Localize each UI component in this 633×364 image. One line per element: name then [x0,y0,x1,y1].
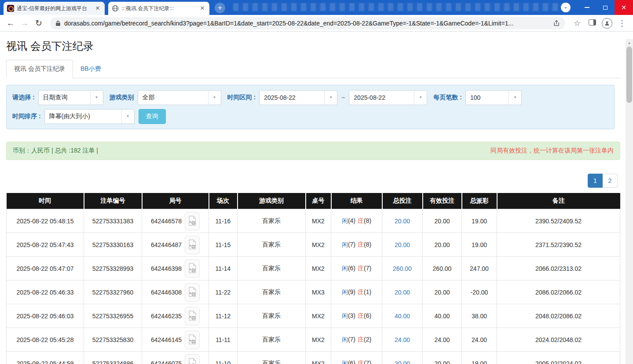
cell-payout: 38.00 [462,304,497,328]
cell-remark: 2048.02/2086.02 [497,304,620,328]
cell-payout: 19.00 [462,209,497,233]
table-row: 2025-08-22 05:47:07 522753328993 6424463… [7,257,620,280]
filter-panel: 请选择 : 日期查询 游戏类别 全部 时间区间 : 2025-08-22 ~ 2 [6,85,615,129]
column-header-10: 总派彩 [462,193,497,209]
minimize-button[interactable] [578,0,596,15]
result-banker-label: 庄 [358,217,364,224]
date-range-label: 时间区间 : [227,94,256,102]
video-replay-button[interactable] [185,331,200,349]
query-type-select[interactable]: 日期查询 [38,90,103,105]
total-bet-link[interactable]: 24.00 [395,336,410,343]
video-replay-button[interactable] [185,307,200,325]
video-file-icon [188,263,197,274]
page-1-button[interactable]: 1 [588,174,603,188]
scrollbar-up-arrow[interactable]: ▲ [626,39,633,47]
total-bet-link[interactable]: 20.00 [395,289,410,296]
cell-remark: 2390.52/2409.52 [497,209,620,233]
tab-close-icon[interactable] [199,5,206,12]
cell-total-bet: 20.00 [382,280,423,304]
total-bet-link[interactable]: 40.00 [395,313,410,320]
cell-table-no: MX3 [306,280,331,304]
cell-game-type: 百家乐 [238,257,306,280]
cell-game-type: 百家乐 [238,328,306,352]
pagination: 1 2 [6,174,620,188]
cell-time: 2025-08-22 05:46:33 [7,280,84,304]
cell-bet-id: 522753325830 [84,328,142,352]
forward-button[interactable] [18,18,32,28]
video-replay-button[interactable] [185,236,200,254]
cell-game-type: 百家乐 [238,233,306,257]
back-button[interactable] [4,18,18,28]
video-replay-button[interactable] [185,212,200,230]
page-size-label: 每页笔数 : [433,94,462,102]
page-scrollbar[interactable]: ▲ ▼ [626,39,633,364]
tab-video-bet-records[interactable]: 视讯 会员下注纪录 [6,60,73,78]
bookmark-star-icon[interactable] [570,18,585,28]
total-bet-link[interactable]: 260.00 [393,265,412,272]
tab-title: :::视讯 会员下注纪录::: [121,5,196,12]
browser-tab-1[interactable]: 通宝-信誉最好的网上游戏平台 [4,2,105,15]
cell-total-bet: 24.00 [382,328,423,352]
cell-payout: 24.00 [462,328,497,352]
sort-select[interactable]: 降幂(由大到小) [44,109,135,124]
cell-valid-bet: 20.00 [423,280,462,304]
browser-tab-2[interactable]: :::视讯 会员下注纪录::: [108,2,209,15]
page-2-button[interactable]: 2 [603,174,618,188]
result-player-value: (4) [348,217,355,224]
sort-value: 降幂(由大到小) [45,113,121,120]
table-row: 2025-08-22 05:44:59 522753324886 6424460… [7,352,620,364]
cell-time: 2025-08-22 05:47:43 [7,233,84,257]
video-replay-button[interactable] [185,354,200,364]
result-player-label: 闲 [342,217,348,224]
column-header-1: 时间 [7,193,84,209]
cell-round-id: 642446145 [142,328,209,352]
page-title: 视讯 会员下注纪录 [6,39,620,53]
total-bet-link[interactable]: 20.00 [395,360,410,364]
profile-avatar[interactable] [600,18,615,29]
tab-search-button[interactable] [561,3,571,12]
lock-icon [55,20,61,26]
new-tab-button[interactable] [215,3,225,13]
cell-table-no: MX2 [306,257,331,280]
result-player-value: (6) [348,360,355,364]
close-button[interactable] [615,0,633,15]
date-end-select[interactable]: 2025-08-22 [349,90,427,105]
table-row: 2025-08-22 05:45:28 522753325830 6424461… [7,328,620,352]
tab-close-icon[interactable] [94,5,101,12]
address-bar[interactable]: dorasabs.com/game/betrecord_search/kind3… [50,17,565,29]
date-start-select[interactable]: 2025-08-22 [259,90,337,105]
tab-bb-tips[interactable]: BB小费 [73,60,109,78]
cell-remark: 2066.02/2313.02 [497,257,620,280]
scrollbar-thumb[interactable] [626,47,632,103]
cell-table-no: MX2 [306,352,331,364]
cell-valid-bet: 20.00 [423,209,462,233]
column-header-11: 备注 [497,193,620,209]
cell-table-no: MX2 [306,304,331,328]
cell-result: 闲(6)庄(7) [331,257,382,280]
query-button[interactable]: 查询 [139,109,166,124]
video-replay-button[interactable] [185,283,200,302]
total-bet-link[interactable]: 20.00 [395,241,410,248]
refresh-button[interactable] [32,18,46,28]
page-size-select[interactable]: 100 [465,90,522,105]
video-file-icon [188,358,197,364]
column-header-6: 桌号 [306,193,331,209]
result-player-value: (6) [348,265,355,272]
share-icon[interactable] [553,20,560,27]
menu-kebab-icon[interactable] [615,18,629,28]
side-panel-button[interactable] [585,19,600,28]
maximize-button[interactable] [596,0,615,15]
total-bet-link[interactable]: 20.00 [395,218,410,225]
video-replay-button[interactable] [185,259,200,278]
game-type-select[interactable]: 全部 [138,90,221,105]
result-player-label: 闲 [342,288,348,295]
cell-total-bet: 20.00 [382,209,423,233]
cell-session: 11-11 [209,328,238,352]
cell-game-type: 百家乐 [238,209,306,233]
video-file-icon [188,334,197,345]
cell-remark: 2086.02/2066.02 [497,280,620,304]
cell-total-bet: 20.00 [382,233,423,257]
table-row: 2025-08-22 05:46:03 522753326955 6424462… [7,304,620,328]
result-player-value: (7) [348,241,355,248]
cell-total-bet: 20.00 [382,352,423,364]
